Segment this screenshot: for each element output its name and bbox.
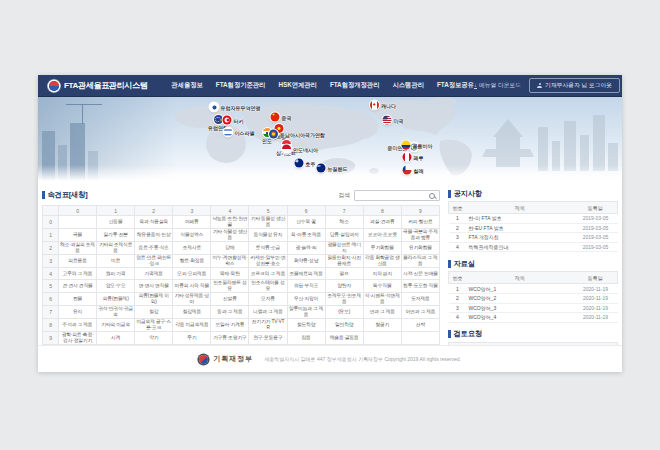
quick-table-cell[interactable]: 의류(편물제 이외) xyxy=(135,293,173,306)
map-marker-indonesia[interactable]: 인도네시아 xyxy=(282,145,318,154)
quick-table-cell[interactable]: 기타의 비금속 xyxy=(97,319,135,332)
quick-table-cell[interactable]: 모자류 xyxy=(249,293,287,306)
quick-table-cell[interactable]: 신발류 xyxy=(211,293,249,306)
map-marker-canada[interactable]: 캐나다 xyxy=(370,101,396,110)
quick-table-cell[interactable]: 각종 비금속제품 xyxy=(173,319,211,332)
quick-table-cell[interactable]: 인조필라멘트 섬유 xyxy=(211,280,249,293)
quick-table-cell[interactable]: 침투·도포한 직물 xyxy=(401,280,439,293)
map-marker-usa[interactable]: 미국 xyxy=(383,116,404,125)
quick-table-cell[interactable]: 예술품·골동품 xyxy=(325,332,363,345)
board-row-title[interactable]: 한-미 FTA 발효 xyxy=(467,214,574,224)
quick-table-cell[interactable]: 토석류·소금 xyxy=(249,241,287,254)
quick-table-cell[interactable]: 카세인·알부민·변성전분·효소 xyxy=(249,254,287,267)
quick-table-cell[interactable]: 악기 xyxy=(135,332,173,345)
quick-table-cell[interactable]: 플라스틱과 그 제품 xyxy=(401,254,439,267)
quick-table-cell[interactable]: 곡물·곡분의 주제품과 빵류 xyxy=(401,228,439,241)
quick-table-cell[interactable]: 견·견사 견직물 xyxy=(59,280,97,293)
quick-table-cell[interactable]: 서적·신문 인쇄물 xyxy=(401,267,439,280)
quick-table-cell[interactable]: 동식물성 유지 xyxy=(249,228,287,241)
quick-table-cell[interactable]: 비누·계면활성제·왁스 xyxy=(211,254,249,267)
quick-table-cell[interactable]: 어패류 xyxy=(173,216,211,229)
main-menu-item-5[interactable]: 시스템관리 xyxy=(392,81,423,90)
quick-table-cell[interactable]: 철강 xyxy=(135,306,173,319)
quick-table-cell[interactable]: 각종 화학공업 생산품 xyxy=(363,254,401,267)
main-menu-item-4[interactable]: FTA협정개정관리 xyxy=(330,81,380,90)
quick-table-cell[interactable]: 식물성엑스 xyxy=(173,228,211,241)
main-menu-item-1[interactable]: 관세율정보 xyxy=(171,81,202,90)
quick-table-cell[interactable]: 편물 xyxy=(59,293,97,306)
manual-download-link[interactable]: ↓ 메뉴얼 다운로드 xyxy=(474,81,521,90)
quick-table-cell[interactable]: 목재·목탄 xyxy=(211,267,249,280)
quick-table-cell[interactable]: 주석과 그 제품 xyxy=(59,319,97,332)
quick-table-cell[interactable]: 고무와 그 제품 xyxy=(59,267,97,280)
quick-table-cell[interactable]: 밀가루·전분 xyxy=(97,228,135,241)
map-marker-asean[interactable]: 동남아시아국가연합 xyxy=(269,130,325,139)
quick-table-cell[interactable]: 보일러·기계류 xyxy=(211,319,249,332)
quick-table-cell[interactable]: 모피·모피제품 xyxy=(173,267,211,280)
map-marker-australia[interactable]: 호주 xyxy=(295,159,316,168)
quick-table-cell[interactable]: 비료 xyxy=(97,254,135,267)
quick-table-cell[interactable]: 광물성연료·에너지 xyxy=(325,241,363,254)
quick-table-cell[interactable]: 광·슬랙·회 xyxy=(287,241,325,254)
quick-table-cell[interactable]: 곡물 xyxy=(59,228,97,241)
map-marker-china[interactable]: 중국 xyxy=(271,113,292,122)
quick-table-cell[interactable]: 비금속제 공구·스푼·포크 xyxy=(135,319,173,332)
quick-table-cell[interactable]: 지와 판지 xyxy=(363,267,401,280)
quick-table-cell[interactable]: 항공기 xyxy=(363,319,401,332)
quick-table-cell[interactable]: 귀석·반귀석·귀금속 xyxy=(97,306,135,319)
quick-table-cell[interactable]: 잡품 xyxy=(287,332,325,345)
quick-table-cell[interactable]: 산수목·꽃 xyxy=(287,216,325,229)
quick-table-cell[interactable]: 연과 그 제품 xyxy=(363,306,401,319)
quick-table-cell[interactable]: 의류(편물제) xyxy=(97,293,135,306)
map-marker-turkey[interactable]: 터키 xyxy=(223,116,244,125)
quick-table-cell[interactable]: 무기화합물 xyxy=(363,241,401,254)
quick-table-cell[interactable]: 원피·가죽 xyxy=(97,267,135,280)
quick-table-cell[interactable]: 조제우모·인조제품 xyxy=(325,293,363,306)
quick-table-cell[interactable]: 마류의 사와 직물 xyxy=(173,280,211,293)
quick-table-cell[interactable]: 커피·향신료 xyxy=(401,216,439,229)
main-menu-item-3[interactable]: HSK연계관리 xyxy=(278,81,316,90)
quick-table-cell[interactable]: 채소·과실의 조제품 xyxy=(59,241,97,254)
quick-table-cell[interactable]: 담배 xyxy=(211,241,249,254)
map-marker-colombia[interactable]: 콜롬비아 xyxy=(402,141,433,150)
app-logo[interactable]: FTA관세율표관리시스템 xyxy=(49,80,147,91)
board-row-title[interactable]: 특혜관세적용안내 xyxy=(467,242,574,252)
logout-button[interactable]: 기재부사용자 님 로그아웃 xyxy=(529,78,620,93)
quick-table-cell[interactable]: 의료용품 xyxy=(59,254,97,267)
search-input[interactable] xyxy=(354,190,440,201)
quick-table-cell[interactable]: 기타 식물성 생산품 xyxy=(211,228,249,241)
quick-table-cell[interactable]: 과실·견과류 xyxy=(363,216,401,229)
quick-table-cell[interactable]: 기타 섬유제품·넝마 xyxy=(173,293,211,306)
quick-table-cell[interactable]: 필름인화지·사진용재료 xyxy=(325,254,363,267)
quick-table-cell[interactable]: 조제사료 xyxy=(173,241,211,254)
quick-table-cell[interactable]: (유보) xyxy=(325,306,363,319)
quick-table-cell[interactable]: 낙농품·조란·천연꿀 xyxy=(211,216,249,229)
quick-table-cell[interactable]: 코르크와 그 제품 xyxy=(249,267,287,280)
quick-table-cell[interactable]: 산동물 xyxy=(97,216,135,229)
quick-table-cell[interactable]: 양탄자 xyxy=(325,280,363,293)
quick-table-cell[interactable]: 니켈과 그 제품 xyxy=(249,306,287,319)
quick-table-cell[interactable]: 유리 xyxy=(59,306,97,319)
quick-table-cell[interactable]: 기타의 조제식료품 xyxy=(97,241,135,254)
board-row-title[interactable]: WCO양허_4 xyxy=(467,313,574,323)
quick-table-cell[interactable]: 선박 xyxy=(401,319,439,332)
quick-table-cell[interactable]: 동과 그 제품 xyxy=(211,306,249,319)
quick-table-cell[interactable]: 채소 xyxy=(325,216,363,229)
search-icon[interactable] xyxy=(429,193,435,199)
quick-table-cell[interactable]: 일반차량 xyxy=(325,319,363,332)
quick-table-cell[interactable]: 알루미늄과 그 제품 xyxy=(287,306,325,319)
quick-table-cell[interactable]: 철도차량 xyxy=(287,319,325,332)
quick-table-cell[interactable]: 전기기기·TV·VTR xyxy=(249,319,287,332)
quick-table-cell[interactable]: 아연과 그 제품 xyxy=(401,306,439,319)
quick-table-cell[interactable]: 조물재료의 제품 xyxy=(287,267,325,280)
quick-table-cell[interactable]: 육과 식용설육 xyxy=(135,216,173,229)
quick-table-cell[interactable]: 가죽제품 xyxy=(135,267,173,280)
quick-table-cell[interactable]: 광학·의료·측정·검사·정밀기기 xyxy=(59,332,97,345)
quick-table-cell[interactable]: 육·어류 조제품 xyxy=(287,228,325,241)
quick-table-cell[interactable]: 워딩·부직포 xyxy=(287,280,325,293)
quick-table-cell[interactable]: 염료·안료·페인트·잉크 xyxy=(135,254,173,267)
board-row-title[interactable]: WCO양허_3 xyxy=(467,303,574,313)
main-menu-item-6[interactable]: FTA정보공유 xyxy=(437,81,474,90)
quick-table-cell[interactable]: 음료·주류·식초 xyxy=(135,241,173,254)
map-marker-chile[interactable]: 칠레 xyxy=(403,166,424,175)
